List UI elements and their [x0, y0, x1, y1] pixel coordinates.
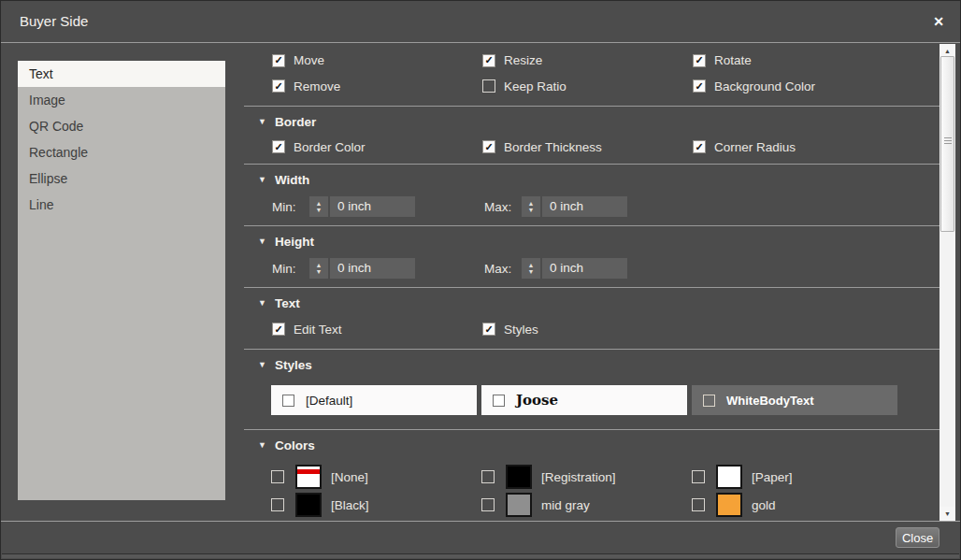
sidebar-item-rectangle[interactable]: Rectangle	[18, 139, 225, 165]
mid-gray-color-label: mid gray	[541, 498, 590, 512]
width-max-field[interactable]: 0 inch	[542, 196, 627, 217]
height-max-spinner[interactable]: ▲ ▼	[522, 258, 540, 279]
spinner-down-icon[interactable]: ▼	[316, 207, 323, 213]
none-color-checkbox[interactable]	[271, 470, 284, 483]
spinner-up-icon[interactable]: ▲	[316, 200, 323, 207]
collapse-icon[interactable]: ▼	[258, 361, 266, 369]
none-color-label: [None]	[331, 470, 368, 484]
width-min-field[interactable]: 0 inch	[330, 196, 415, 217]
sidebar-item-line[interactable]: Line	[18, 192, 225, 218]
style-item-joose[interactable]: Joose	[481, 385, 687, 415]
color-item-gold[interactable]: gold	[692, 493, 902, 517]
height-section-header: ▼ Height	[244, 234, 941, 250]
sidebar-item-qr-code[interactable]: QR Code	[18, 113, 225, 139]
spinner-down-icon[interactable]: ▼	[316, 268, 323, 275]
background-color-checkbox[interactable]: ✓	[693, 79, 706, 93]
corner-radius-option[interactable]: ✓ Corner Radius	[693, 140, 903, 154]
joose-style-checkbox[interactable]	[493, 395, 505, 407]
height-max-field[interactable]: 0 inch	[542, 258, 627, 279]
color-item-black[interactable]: [Black]	[271, 493, 481, 517]
none-color-swatch	[295, 465, 322, 489]
section-divider	[244, 164, 941, 165]
collapse-icon[interactable]: ▼	[258, 176, 266, 184]
registration-color-checkbox[interactable]	[481, 470, 495, 483]
gold-color-label: gold	[752, 498, 776, 512]
width-max-spinner[interactable]: ▲ ▼	[522, 196, 540, 217]
styles-items-row: [Default] Joose WhiteBodyText	[244, 385, 941, 415]
remove-option[interactable]: ✓ Remove	[272, 79, 482, 93]
mid-gray-color-checkbox[interactable]	[481, 498, 495, 511]
whitebodytext-style-checkbox[interactable]	[703, 395, 715, 407]
move-option[interactable]: ✓ Move	[272, 53, 482, 67]
style-item-default[interactable]: [Default]	[271, 385, 477, 415]
border-color-label: Border Color	[294, 140, 366, 154]
resize-option[interactable]: ✓ Resize	[482, 53, 693, 67]
spinner-down-icon[interactable]: ▼	[528, 268, 535, 275]
color-item-paper[interactable]: [Paper]	[692, 465, 902, 489]
gold-color-swatch	[716, 493, 742, 517]
dialog-window: Buyer Side ✕ Text Image QR Code Rectangl…	[0, 0, 961, 560]
width-min-spinner[interactable]: ▲ ▼	[309, 196, 328, 217]
collapse-icon[interactable]: ▼	[258, 237, 266, 246]
section-divider	[244, 287, 941, 288]
scrollbar-thumb[interactable]	[940, 56, 954, 232]
color-item-none[interactable]: [None]	[271, 465, 481, 489]
default-style-label: [Default]	[306, 394, 352, 408]
text-section-header: ▼ Text	[244, 295, 941, 311]
width-min-label: Min:	[272, 200, 300, 214]
keep-ratio-checkbox[interactable]	[482, 79, 495, 93]
spinner-down-icon[interactable]: ▼	[528, 207, 535, 213]
keep-ratio-option[interactable]: Keep Ratio	[482, 79, 693, 93]
close-button[interactable]: Close	[896, 527, 939, 548]
scroll-down-button[interactable]: ▼	[939, 507, 955, 521]
close-icon[interactable]: ✕	[933, 14, 944, 29]
section-divider	[244, 225, 941, 226]
border-color-option[interactable]: ✓ Border Color	[272, 140, 482, 154]
spinner-up-icon[interactable]: ▲	[528, 200, 535, 207]
background-color-option[interactable]: ✓ Background Color	[693, 79, 903, 93]
collapse-icon[interactable]: ▼	[258, 441, 266, 450]
black-color-label: [Black]	[331, 498, 369, 512]
spinner-up-icon[interactable]: ▲	[528, 262, 535, 268]
style-item-whitebodytext[interactable]: WhiteBodyText	[692, 385, 897, 415]
joose-style-label: Joose	[516, 392, 558, 409]
spinner-up-icon[interactable]: ▲	[316, 262, 323, 268]
collapse-icon[interactable]: ▼	[258, 299, 266, 308]
height-min-field[interactable]: 0 inch	[330, 258, 415, 279]
sidebar-item-ellipse[interactable]: Ellipse	[18, 165, 225, 192]
color-item-mid-gray[interactable]: mid gray	[481, 493, 692, 517]
border-thickness-option[interactable]: ✓ Border Thickness	[482, 140, 693, 154]
general-row-1: ✓ Move ✓ Resize ✓ Rotate	[244, 44, 941, 72]
styles-option[interactable]: ✓ Styles	[482, 323, 693, 337]
corner-radius-checkbox[interactable]: ✓	[693, 140, 706, 153]
background-color-label: Background Color	[714, 79, 815, 93]
border-thickness-checkbox[interactable]: ✓	[482, 140, 495, 153]
move-checkbox[interactable]: ✓	[272, 54, 285, 67]
styles-checkbox[interactable]: ✓	[482, 323, 495, 336]
sidebar-item-text[interactable]: Text	[18, 61, 225, 87]
default-style-checkbox[interactable]	[282, 395, 294, 407]
section-divider	[244, 429, 941, 430]
paper-color-checkbox[interactable]	[692, 470, 705, 483]
edit-text-checkbox[interactable]: ✓	[272, 323, 285, 336]
options-scroll-panel: ✓ Move ✓ Resize ✓ Rotate ✓ Remove Keep R…	[244, 44, 941, 518]
vertical-scrollbar[interactable]: ▲ ▼	[939, 44, 955, 521]
resize-checkbox[interactable]: ✓	[482, 54, 495, 67]
border-color-checkbox[interactable]: ✓	[272, 140, 285, 153]
title-bar: Buyer Side ✕	[1, 1, 960, 43]
rotate-option[interactable]: ✓ Rotate	[693, 53, 903, 67]
height-min-spinner[interactable]: ▲ ▼	[309, 258, 328, 279]
rotate-checkbox[interactable]: ✓	[693, 54, 706, 67]
color-item-registration[interactable]: [Registration]	[481, 465, 692, 489]
remove-checkbox[interactable]: ✓	[272, 79, 285, 93]
paper-color-swatch	[716, 465, 742, 489]
sidebar-item-image[interactable]: Image	[18, 87, 225, 113]
colors-row-2: [Black] mid gray gold	[244, 491, 941, 518]
corner-radius-label: Corner Radius	[714, 140, 796, 154]
gold-color-checkbox[interactable]	[692, 498, 705, 511]
general-row-2: ✓ Remove Keep Ratio ✓ Background Color	[244, 72, 941, 100]
black-color-checkbox[interactable]	[271, 498, 284, 511]
edit-text-option[interactable]: ✓ Edit Text	[272, 323, 482, 337]
height-max-group: Max: ▲ ▼ 0 inch	[484, 258, 696, 279]
collapse-icon[interactable]: ▼	[258, 118, 266, 126]
